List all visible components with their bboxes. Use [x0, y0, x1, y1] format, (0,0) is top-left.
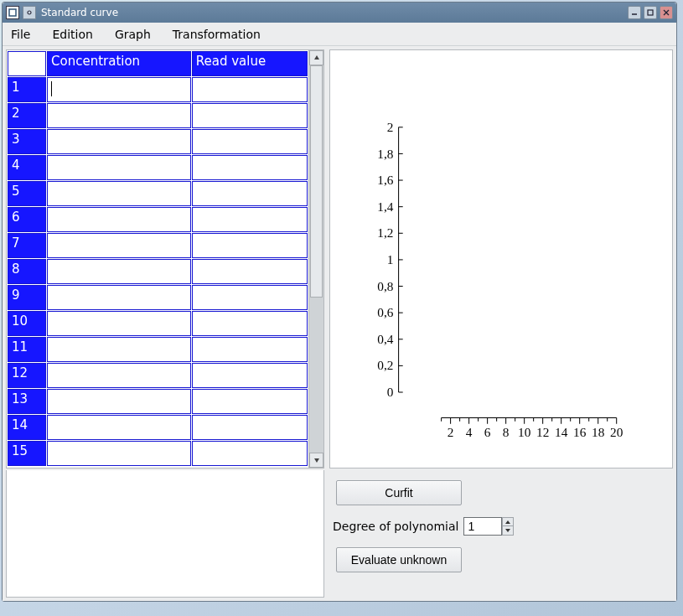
plot-canvas: 00,20,40,60,811,21,41,61,822468101214161… — [330, 50, 672, 478]
row-number[interactable]: 14 — [8, 415, 46, 440]
svg-text:2: 2 — [387, 120, 394, 134]
cell-read-value[interactable] — [192, 363, 308, 388]
svg-text:0,2: 0,2 — [377, 358, 393, 372]
scroll-down-button[interactable] — [309, 453, 323, 468]
row-number[interactable]: 13 — [8, 389, 46, 414]
row-number[interactable]: 5 — [8, 181, 46, 206]
svg-marker-62 — [505, 520, 510, 524]
svg-text:16: 16 — [573, 425, 587, 439]
cell-read-value[interactable] — [192, 77, 308, 102]
cell-concentration[interactable] — [47, 363, 191, 388]
cell-concentration[interactable] — [47, 155, 191, 180]
svg-text:6: 6 — [484, 425, 491, 439]
row-number[interactable]: 15 — [8, 441, 46, 466]
cell-read-value[interactable] — [192, 389, 308, 414]
cell-read-value[interactable] — [192, 103, 308, 128]
cell-read-value[interactable] — [192, 337, 308, 362]
menu-graph[interactable]: Graph — [111, 26, 154, 43]
svg-text:2: 2 — [448, 425, 454, 439]
cell-read-value[interactable] — [192, 207, 308, 232]
output-panel — [6, 470, 324, 598]
maximize-button[interactable] — [644, 6, 657, 19]
data-table[interactable]: Concentration Read value 123456789101112… — [7, 50, 308, 467]
row-number[interactable]: 1 — [8, 77, 46, 102]
svg-point-1 — [28, 11, 31, 14]
svg-marker-7 — [314, 458, 319, 463]
row-number[interactable]: 9 — [8, 285, 46, 310]
cell-concentration[interactable] — [47, 389, 191, 414]
table-row: 12 — [8, 363, 308, 388]
curfit-button[interactable]: Curfit — [336, 480, 462, 505]
minimize-button[interactable] — [628, 6, 641, 19]
cell-read-value[interactable] — [192, 441, 308, 466]
row-number[interactable]: 7 — [8, 233, 46, 258]
scroll-thumb[interactable] — [310, 65, 323, 298]
svg-text:0,6: 0,6 — [377, 305, 393, 319]
menu-edition[interactable]: Edition — [49, 26, 96, 43]
table-row: 15 — [8, 441, 308, 466]
row-number[interactable]: 8 — [8, 259, 46, 284]
table-row: 13 — [8, 389, 308, 414]
cell-read-value[interactable] — [192, 129, 308, 154]
row-number[interactable]: 12 — [8, 363, 46, 388]
row-number[interactable]: 6 — [8, 207, 46, 232]
cell-read-value[interactable] — [192, 155, 308, 180]
cell-concentration[interactable] — [47, 259, 191, 284]
degree-spinner[interactable] — [463, 517, 514, 536]
app-menu-icon[interactable] — [6, 6, 19, 19]
cell-concentration[interactable] — [47, 129, 191, 154]
table-scrollbar[interactable] — [308, 50, 323, 468]
svg-text:10: 10 — [518, 425, 531, 439]
cell-concentration[interactable] — [47, 415, 191, 440]
col-read-value[interactable]: Read value — [192, 51, 308, 76]
table-row: 10 — [8, 311, 308, 336]
svg-text:1,8: 1,8 — [377, 147, 393, 161]
cell-concentration[interactable] — [47, 181, 191, 206]
cell-concentration[interactable] — [47, 103, 191, 128]
evaluate-button[interactable]: Evaluate unknown — [336, 547, 462, 572]
scroll-up-button[interactable] — [309, 50, 323, 65]
table-row: 8 — [8, 259, 308, 284]
scroll-track[interactable] — [309, 65, 323, 453]
svg-rect-3 — [648, 10, 653, 15]
app-window: Standard curve File Edition Graph Transf… — [2, 2, 677, 602]
col-concentration[interactable]: Concentration — [47, 51, 191, 76]
degree-down-button[interactable] — [502, 526, 514, 536]
row-number[interactable]: 10 — [8, 311, 46, 336]
cell-concentration[interactable] — [47, 233, 191, 258]
row-number[interactable]: 11 — [8, 337, 46, 362]
menu-file[interactable]: File — [8, 26, 34, 43]
svg-text:0,8: 0,8 — [377, 279, 393, 293]
degree-up-button[interactable] — [502, 517, 514, 526]
svg-rect-0 — [9, 9, 16, 16]
plot-area[interactable]: 00,20,40,60,811,21,41,61,822468101214161… — [329, 49, 673, 468]
svg-marker-6 — [314, 55, 319, 60]
svg-text:0,4: 0,4 — [377, 332, 393, 346]
row-number[interactable]: 2 — [8, 103, 46, 128]
cell-concentration[interactable] — [47, 337, 191, 362]
sticky-icon[interactable] — [23, 6, 36, 19]
cell-concentration[interactable] — [47, 311, 191, 336]
cell-read-value[interactable] — [192, 311, 308, 336]
cell-read-value[interactable] — [192, 415, 308, 440]
controls-panel: Curfit Degree of polynomial — [329, 475, 673, 577]
degree-input[interactable] — [463, 517, 502, 536]
cell-concentration[interactable] — [47, 441, 191, 466]
cell-read-value[interactable] — [192, 181, 308, 206]
cell-read-value[interactable] — [192, 233, 308, 258]
titlebar[interactable]: Standard curve — [3, 3, 676, 23]
cell-concentration[interactable] — [47, 77, 191, 102]
svg-text:14: 14 — [555, 425, 568, 439]
degree-row: Degree of polynomial — [333, 517, 670, 536]
cell-read-value[interactable] — [192, 259, 308, 284]
row-number[interactable]: 3 — [8, 129, 46, 154]
close-button[interactable] — [660, 6, 673, 19]
cell-concentration[interactable] — [47, 285, 191, 310]
content-area: Concentration Read value 123456789101112… — [3, 46, 676, 601]
menu-transformation[interactable]: Transformation — [169, 26, 264, 43]
row-number[interactable]: 4 — [8, 155, 46, 180]
svg-text:1,6: 1,6 — [377, 173, 393, 187]
cell-read-value[interactable] — [192, 285, 308, 310]
cell-concentration[interactable] — [47, 207, 191, 232]
svg-text:18: 18 — [592, 425, 605, 439]
